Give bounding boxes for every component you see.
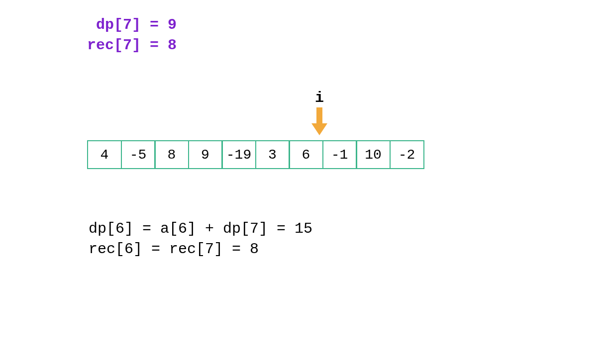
dp-prev-line: dp[7] = 9: [87, 15, 177, 35]
array-cell: -19: [221, 140, 256, 169]
pointer-label: i: [310, 91, 328, 105]
array-cell: 8: [154, 140, 189, 169]
array-row: 4 -5 8 9 -19 3 6 -1 10 -2: [87, 140, 424, 169]
bottom-equations: dp[6] = a[6] + dp[7] = 15 rec[6] = rec[7…: [89, 219, 312, 259]
rec-current-line: rec[6] = rec[7] = 8: [89, 239, 312, 260]
array-cell: 3: [255, 140, 290, 169]
index-pointer: i: [310, 91, 328, 136]
array-cell: -1: [322, 140, 357, 169]
dp-current-line: dp[6] = a[6] + dp[7] = 15: [89, 219, 312, 239]
top-equations: dp[7] = 9 rec[7] = 8: [87, 15, 177, 55]
array-cell: 10: [356, 140, 391, 169]
arrow-down-icon: [310, 107, 328, 136]
array-cell: -5: [121, 140, 156, 169]
array-cell: 4: [87, 140, 122, 169]
array-cell: 6: [289, 140, 323, 169]
diagram-container: dp[7] = 9 rec[7] = 8 i 4 -5 8 9 -19 3 6 …: [0, 0, 608, 364]
rec-prev-line: rec[7] = 8: [87, 35, 177, 56]
arrow-shaft: [316, 107, 322, 124]
array-cell: -2: [390, 140, 424, 169]
arrow-head: [311, 123, 327, 135]
array-cell: 9: [188, 140, 223, 169]
